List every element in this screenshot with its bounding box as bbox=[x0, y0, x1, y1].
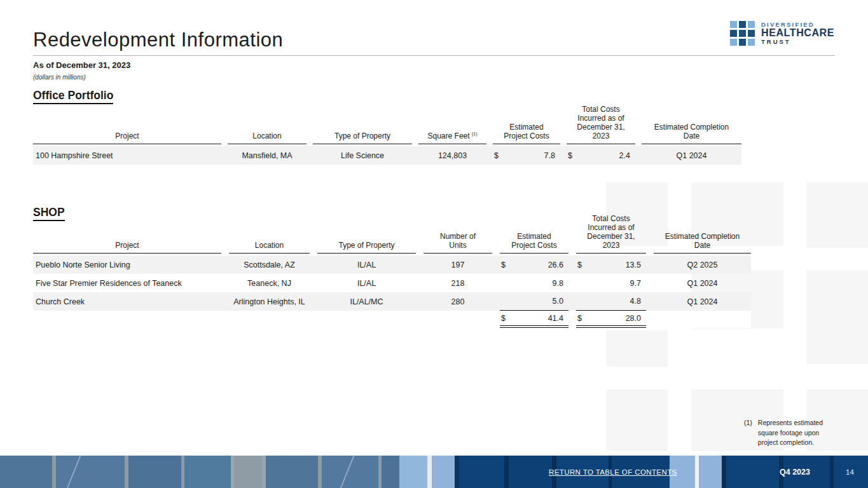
column-header-completion-date: Estimated Completion Date bbox=[642, 123, 741, 144]
column-header-project: Project bbox=[33, 241, 221, 254]
cell-tot: $13.5 bbox=[576, 255, 646, 274]
cell-location: Mansfield, MA bbox=[228, 146, 307, 165]
cell-type: IL/AL bbox=[317, 274, 416, 292]
table-total-row: $41.4$28.0 bbox=[33, 311, 751, 328]
units-note: (dollars in millions) bbox=[33, 74, 86, 81]
table-row: Church CreekArlington Heights, ILIL/AL/M… bbox=[33, 292, 751, 311]
cell-type: IL/AL/MC bbox=[317, 292, 416, 311]
cell-est: $7.8 bbox=[493, 146, 560, 165]
footnote-ref-marker: (1) bbox=[472, 132, 478, 136]
table-row: 100 Hampshire StreetMansfield, MALife Sc… bbox=[33, 146, 741, 165]
empty-cell bbox=[424, 311, 492, 328]
glass-reflection bbox=[65, 451, 83, 488]
glass-reflection bbox=[338, 451, 356, 488]
table-row: Five Star Premier Residences of TeaneckT… bbox=[33, 274, 751, 292]
column-header-est-cost: Estimated Project Costs bbox=[493, 123, 560, 144]
column-header-location: Location bbox=[228, 132, 307, 144]
cell-location: Scottsdale, AZ bbox=[229, 255, 310, 274]
cell-metric: 218 bbox=[424, 274, 492, 292]
logo-line-healthcare: HEALTHCARE bbox=[761, 28, 834, 39]
empty-cell bbox=[229, 311, 310, 328]
cell-type: IL/AL bbox=[317, 255, 416, 274]
column-header-square-feet: Square Feet (1) bbox=[418, 130, 486, 144]
cell-date: Q1 2024 bbox=[654, 292, 751, 311]
watermark-block bbox=[606, 390, 668, 451]
cell-project: Church Creek bbox=[33, 292, 221, 311]
footnote-ref: (1) bbox=[744, 418, 752, 448]
column-header-total-costs: Total Costs Incurred as of December 31, … bbox=[576, 214, 646, 254]
cell-project: Five Star Premier Residences of Teaneck bbox=[33, 274, 221, 292]
column-header-est-cost: Estimated Project Costs bbox=[500, 232, 568, 254]
column-header-total-costs: Total Costs Incurred as of December 31, … bbox=[567, 105, 635, 144]
cell-est: $26.6 bbox=[500, 255, 568, 274]
return-to-toc-link[interactable]: RETURN TO TABLE OF CONTENTS bbox=[549, 468, 677, 476]
title-divider bbox=[33, 55, 835, 56]
column-header-type: Type of Property bbox=[317, 241, 416, 254]
cell-tot: $2.4 bbox=[567, 146, 635, 165]
cell-project: Pueblo Norte Senior Living bbox=[33, 255, 221, 274]
office-portfolio-table: Project Location Type of Property Square… bbox=[33, 105, 741, 165]
column-header-completion-date: Estimated Completion Date bbox=[654, 232, 751, 254]
watermark-block bbox=[806, 270, 868, 364]
total-cell-tot: $28.0 bbox=[576, 311, 646, 328]
page-title: Redevelopment Information bbox=[33, 29, 283, 51]
shop-table: Project Location Type of Property Number… bbox=[33, 214, 751, 328]
cell-est: 9.8 bbox=[500, 274, 568, 292]
column-header-units: Number of Units bbox=[424, 232, 492, 254]
column-header-type: Type of Property bbox=[313, 132, 412, 144]
cell-est: 5.0 bbox=[500, 292, 568, 311]
quarter-label: Q4 2023 bbox=[780, 468, 810, 477]
empty-cell bbox=[317, 311, 416, 328]
page-number: 14 bbox=[846, 468, 854, 476]
cell-metric: 280 bbox=[424, 292, 492, 311]
cell-metric: 197 bbox=[424, 255, 492, 274]
as-of-date: As of December 31, 2023 bbox=[33, 60, 130, 70]
cell-project: 100 Hampshire Street bbox=[33, 146, 221, 165]
cell-type: Life Science bbox=[313, 146, 412, 165]
footer-building-image bbox=[0, 456, 868, 488]
empty-cell bbox=[654, 311, 751, 328]
logo-text: DIVERSIFIED HEALTHCARE TRUST bbox=[761, 22, 834, 45]
column-header-location: Location bbox=[229, 241, 310, 254]
cell-metric: 124,803 bbox=[418, 146, 486, 165]
cell-tot: 9.7 bbox=[576, 274, 646, 292]
empty-cell bbox=[33, 311, 221, 328]
cell-date: Q1 2024 bbox=[654, 274, 751, 292]
footnote: (1) Represents estimated square footage … bbox=[744, 418, 841, 448]
table-header-row: Project Location Type of Property Number… bbox=[33, 214, 751, 254]
watermark-block bbox=[606, 330, 668, 367]
footnote-text: Represents estimated square footage upon… bbox=[758, 418, 841, 448]
logo-grid-icon bbox=[730, 21, 755, 46]
cell-date: Q1 2024 bbox=[642, 146, 741, 165]
cell-date: Q2 2025 bbox=[654, 255, 751, 274]
cell-location: Arlington Heights, IL bbox=[229, 292, 310, 311]
logo-line-trust: TRUST bbox=[761, 39, 834, 45]
watermark-block bbox=[806, 182, 868, 248]
column-header-project: Project bbox=[33, 132, 221, 144]
cell-tot: 4.8 bbox=[576, 292, 646, 311]
cell-location: Teaneck, NJ bbox=[229, 274, 310, 292]
table-row: Pueblo Norte Senior LivingScottsdale, AZ… bbox=[33, 255, 751, 274]
office-portfolio-heading: Office Portfolio bbox=[33, 89, 113, 104]
table-header-row: Project Location Type of Property Square… bbox=[33, 105, 741, 144]
company-logo: DIVERSIFIED HEALTHCARE TRUST bbox=[730, 21, 834, 46]
total-cell-est: $41.4 bbox=[500, 311, 568, 328]
